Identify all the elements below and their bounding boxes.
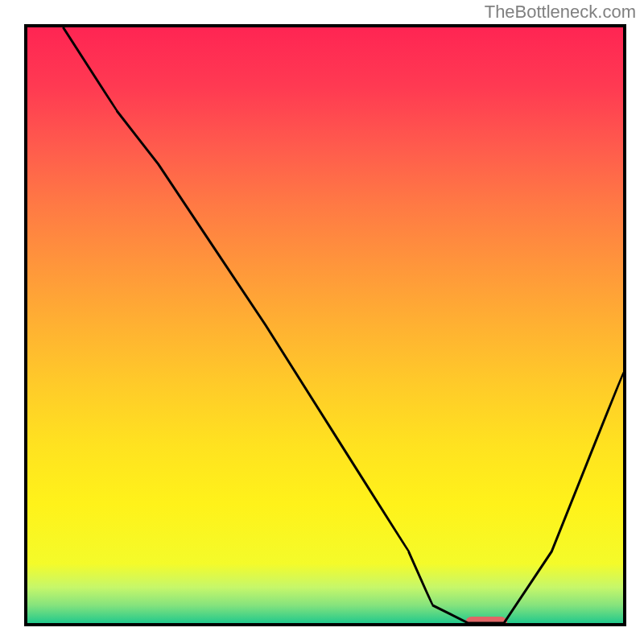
bottleneck-curve (27, 27, 623, 623)
chart-root: TheBottleneck.com (0, 0, 644, 644)
plot-area (24, 24, 626, 626)
source-label[interactable]: TheBottleneck.com (485, 2, 636, 23)
